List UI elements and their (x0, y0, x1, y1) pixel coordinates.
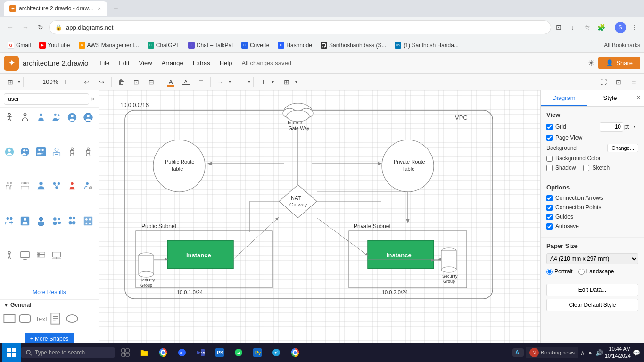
taskbar-chrome2-icon[interactable] (287, 344, 304, 361)
save-page-icon[interactable]: ↓ (567, 22, 578, 33)
bookmark-gmail[interactable]: G Gmail (4, 41, 34, 50)
canvas-area[interactable]: 10.0.0.0/16 VPC Internet Gate Way (99, 90, 540, 351)
taskbar-hashnode-icon[interactable]: # (173, 344, 190, 361)
menu-extras[interactable]: Extras (189, 58, 214, 68)
clear-default-style-button[interactable]: Clear Default Style (546, 299, 638, 311)
page-view-checkbox[interactable] (546, 135, 553, 141)
menu-view[interactable]: View (135, 58, 156, 68)
portrait-option[interactable]: Portrait (546, 268, 573, 275)
network-icon[interactable] (587, 349, 594, 357)
start-button[interactable] (2, 343, 21, 362)
shape-user-label[interactable] (50, 145, 63, 158)
search-input[interactable] (4, 93, 89, 105)
undo-button[interactable]: ↩ (80, 75, 93, 89)
insert-button[interactable]: + (256, 75, 270, 89)
taskbar-chrome-icon[interactable] (155, 344, 172, 361)
shape-rounded-rect[interactable] (18, 312, 32, 325)
grid-size-input[interactable]: 10 (600, 122, 623, 132)
copy-style-button[interactable]: ⊡ (130, 75, 143, 89)
shape-person-6[interactable] (50, 214, 63, 228)
shape-person-group[interactable] (50, 111, 63, 124)
shape-group-persons[interactable] (3, 180, 16, 193)
shape-user-grid[interactable] (34, 145, 48, 158)
shape-person-outline[interactable] (18, 111, 32, 124)
bookmark-chatgpt[interactable]: C ChatGPT (144, 41, 183, 50)
connection-points-checkbox[interactable] (546, 205, 553, 211)
shape-person-circle[interactable] (66, 111, 79, 124)
shape-person-9[interactable] (3, 249, 16, 262)
shape-female-person[interactable] (82, 145, 95, 158)
shape-person-5[interactable] (34, 214, 48, 228)
table-button[interactable]: ⊞ (280, 75, 293, 89)
shape-user-circle-2[interactable] (3, 145, 16, 158)
connector-chevron-icon[interactable]: ▾ (229, 79, 231, 84)
shape-male-person[interactable] (66, 145, 79, 158)
delete-button[interactable]: 🗑 (115, 75, 128, 89)
diagram-tab[interactable]: Diagram (541, 90, 587, 106)
task-view-button[interactable] (117, 344, 134, 361)
edit-data-button[interactable]: Edit Data... (546, 284, 638, 296)
forward-button[interactable]: → (19, 21, 32, 34)
taskbar-files-icon[interactable] (136, 344, 153, 361)
bg-color-checkbox[interactable] (546, 156, 553, 162)
all-bookmarks-button[interactable]: All Bookmarks (604, 42, 640, 49)
shape-stick-person[interactable] (3, 111, 16, 124)
chevron-icon[interactable]: ∧ (580, 349, 585, 356)
waypoint-chevron-icon[interactable]: ▾ (248, 79, 250, 84)
bookmark-cuvette[interactable]: C Cuvette (238, 41, 273, 50)
back-button[interactable]: ← (4, 21, 17, 34)
shape-note[interactable] (50, 312, 63, 325)
paper-size-select[interactable]: A4 (210 mm x 297 mm) A3 Letter (546, 253, 638, 264)
waypoint-button[interactable]: ⊢ (233, 75, 246, 89)
sketch-checkbox[interactable] (583, 165, 589, 171)
toggle-panel-button[interactable]: ⊞ (4, 75, 17, 89)
bookmark-hashnode[interactable]: H Hashnode (274, 41, 316, 50)
more-results-button[interactable]: More Results (0, 285, 99, 299)
shape-person-network[interactable] (50, 180, 63, 193)
shape-server[interactable] (34, 249, 48, 262)
font-color-button[interactable]: A (179, 75, 192, 89)
share-button[interactable]: 👤 Share (598, 57, 640, 69)
zoom-control[interactable]: − 100% + (26, 75, 74, 89)
insert-chevron-icon[interactable]: ▾ (272, 79, 274, 84)
menu-help[interactable]: Help (216, 58, 236, 68)
style-tab[interactable]: Style (587, 90, 633, 106)
active-tab[interactable]: ✦ architecture 2.drawio - draw.io × (4, 1, 107, 16)
address-bar[interactable]: 🔒 app.diagrams.net (49, 20, 551, 34)
bookmark-icon[interactable]: ☆ (581, 22, 593, 33)
shape-person-blue-2[interactable] (82, 111, 95, 124)
shape-ellipse[interactable] (66, 312, 79, 325)
grid-checkbox[interactable] (546, 124, 553, 130)
shape-group-8[interactable] (82, 214, 95, 228)
more-options-button[interactable]: ≡ (627, 75, 640, 89)
grid-color-swatch[interactable]: ▪ (630, 123, 638, 131)
shape-rectangle[interactable] (3, 312, 16, 325)
bookmark-aws[interactable]: A AWS Management... (75, 41, 143, 50)
taskbar-time[interactable]: 10:44 AM 10/14/2024 (605, 346, 631, 360)
taskbar-python-icon[interactable]: Py (249, 344, 266, 361)
taskbar-search[interactable]: Type here to search (21, 347, 115, 358)
settings-icon[interactable]: ☀ (588, 58, 594, 67)
search-clear-button[interactable]: × (91, 95, 95, 103)
panel-close-button[interactable]: × (633, 90, 644, 106)
shape-team-group[interactable] (18, 180, 32, 193)
menu-arrange[interactable]: Arrange (158, 58, 187, 68)
zoom-out-button[interactable]: − (28, 75, 41, 89)
table-chevron-icon[interactable]: ▾ (295, 79, 297, 84)
bookmark-linkedin[interactable]: in (1) Santhosh Harida... (391, 41, 462, 50)
shape-person-gear[interactable] (82, 180, 95, 193)
taskbar-telegram-icon[interactable] (268, 344, 285, 361)
taskbar-powershell-icon[interactable]: PS (211, 344, 228, 361)
bookmark-talkpal[interactable]: T Chat – TalkPal (184, 41, 237, 50)
change-background-button[interactable]: Change... (607, 144, 638, 152)
shape-laptop[interactable] (50, 249, 63, 262)
shape-person-7[interactable] (66, 214, 79, 228)
menu-button[interactable]: ⋮ (629, 22, 640, 33)
format-button[interactable]: ⊡ (612, 75, 625, 89)
shape-user-group-circle[interactable] (18, 145, 32, 158)
fill-color-button[interactable]: A (164, 75, 177, 89)
paste-style-button[interactable]: ⊟ (145, 75, 158, 89)
guides-checkbox[interactable] (546, 214, 553, 220)
bookmark-github[interactable]: Santhosharihdass (S... (317, 41, 390, 50)
fullscreen-button[interactable]: ⛶ (597, 75, 610, 89)
